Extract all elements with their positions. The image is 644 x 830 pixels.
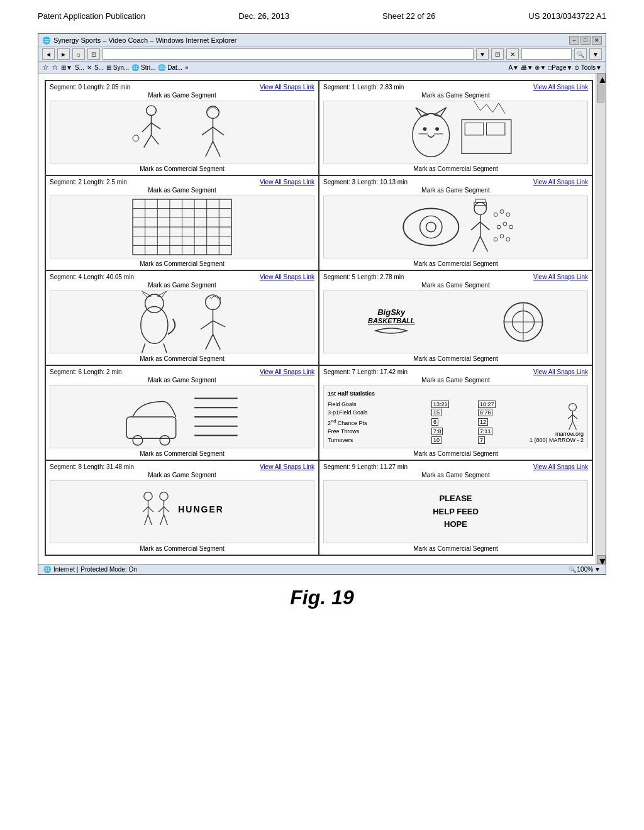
stat-v2-0: 10:27: [478, 401, 496, 408]
fav-item-grid[interactable]: ⊞▼: [61, 64, 72, 71]
fav-item-stri[interactable]: 🌐 Stri...: [131, 64, 155, 71]
svg-point-17: [435, 127, 439, 131]
segment-6-mark-commercial[interactable]: Mark as Commercial Segment: [50, 450, 314, 457]
segment-1-mark-game[interactable]: Mark as Game Segment: [323, 92, 588, 99]
segment-3-mark-game[interactable]: Mark as Game Segment: [323, 187, 588, 194]
back-button[interactable]: ◄: [42, 48, 55, 60]
segment-9-mark-game[interactable]: Mark as Game Segment: [323, 472, 588, 479]
segment-5-mark-game[interactable]: Mark as Game Segment: [323, 282, 588, 289]
segment-7-mark-commercial[interactable]: Mark as Commercial Segment: [323, 450, 588, 457]
segment-2-image: [50, 196, 314, 258]
segment-5-view-snaps[interactable]: View All Snaps Link: [533, 274, 588, 280]
scrollbar[interactable]: ▲ ▼: [596, 74, 606, 564]
fav-item-syn1[interactable]: S...: [75, 64, 84, 71]
svg-marker-14: [416, 108, 428, 117]
address-bar[interactable]: [103, 48, 474, 60]
browser-titlebar-controls[interactable]: − □ ✕: [569, 36, 602, 45]
segment-1-mark-commercial[interactable]: Mark as Commercial Segment: [323, 165, 588, 172]
refresh-icon[interactable]: ⊡: [491, 48, 504, 60]
segment-8-info: Segment: 8 Length: 31.48 min: [50, 463, 134, 470]
fav-star2-icon[interactable]: ☆: [52, 63, 58, 72]
segment-6-view-snaps[interactable]: View All Snaps Link: [260, 368, 314, 375]
search-go-icon[interactable]: ✕: [506, 48, 519, 60]
svg-point-54: [500, 235, 504, 238]
svg-point-16: [423, 127, 427, 131]
minimize-button[interactable]: −: [569, 36, 579, 45]
stat-v1-3: 7:8: [431, 428, 443, 435]
stop-icon[interactable]: ▼: [476, 48, 489, 60]
zoom-icon: 🔍: [569, 566, 576, 573]
segment-9-mark-commercial[interactable]: Mark as Commercial Segment: [323, 545, 588, 552]
svg-point-73: [133, 435, 143, 445]
segment-2-view-snaps[interactable]: View All Snaps Link: [260, 179, 314, 185]
statistics-panel: 1st Half Statistics Field Goals 13:21 10…: [328, 390, 525, 445]
segment-4-header: Segment: 4 Length: 40.05 min View All Sn…: [50, 274, 314, 280]
patent-header: Patent Application Publication Dec. 26, …: [0, 0, 644, 27]
segment-2-header: Segment: 2 Length: 2.5 min View All Snap…: [50, 179, 314, 185]
segment-0-info: Segment: 0 Length: 2.05 min: [50, 84, 130, 91]
scrollbar-down[interactable]: ▼: [597, 555, 606, 564]
fav-item-dat[interactable]: 🌐 Dat...: [158, 64, 182, 71]
please-line1: PLEASE: [433, 492, 479, 506]
home-button[interactable]: ⌂: [72, 48, 85, 60]
segment-4-mark-commercial[interactable]: Mark as Commercial Segment: [50, 355, 314, 362]
svg-line-44: [480, 222, 490, 230]
segment-8-mark-game[interactable]: Mark as Game Segment: [50, 472, 314, 479]
scrollbar-up[interactable]: ▲: [597, 74, 606, 82]
segment-4-mark-game[interactable]: Mark as Game Segment: [50, 282, 314, 289]
segment-6-mark-game[interactable]: Mark as Game Segment: [50, 377, 314, 384]
segment-2-mark-commercial[interactable]: Mark as Commercial Segment: [50, 260, 314, 267]
segment-7-image: 1st Half Statistics Field Goals 13:21 10…: [323, 385, 588, 448]
fav-item-s2[interactable]: S...: [94, 64, 104, 71]
segment-5-mark-commercial[interactable]: Mark as Commercial Segment: [323, 355, 588, 362]
search-icon[interactable]: 🔍: [574, 48, 587, 60]
svg-line-97: [164, 514, 168, 525]
fav-item-syn2[interactable]: ⊞ Syn...: [106, 64, 129, 71]
stat-v2-3: 7:11: [478, 428, 493, 435]
magnify-icon[interactable]: ▼: [589, 48, 602, 60]
segment-8-image: HUNGER: [50, 480, 314, 543]
segment-0-mark-game[interactable]: Mark as Game Segment: [50, 92, 314, 99]
zoom-level: 100%: [577, 566, 594, 573]
svg-point-51: [503, 222, 507, 226]
stat-v2-2: 12: [478, 418, 488, 426]
segment-3-header: Segment: 3 Length: 10.13 min View All Sn…: [323, 179, 588, 185]
segment-7-view-snaps[interactable]: View All Snaps Link: [533, 368, 588, 375]
svg-line-11: [206, 141, 213, 157]
svg-marker-58: [157, 291, 167, 297]
svg-line-94: [158, 507, 164, 512]
close-button[interactable]: ✕: [592, 36, 602, 45]
svg-marker-57: [142, 291, 152, 297]
patent-sheet: Sheet 22 of 26: [382, 11, 436, 21]
svg-line-90: [145, 514, 148, 525]
fav-item-close[interactable]: ✕: [87, 64, 92, 71]
svg-point-7: [207, 106, 219, 119]
svg-point-52: [509, 225, 513, 229]
maximize-button[interactable]: □: [580, 36, 591, 45]
svg-line-67: [213, 335, 221, 350]
segment-2-mark-game[interactable]: Mark as Game Segment: [50, 187, 314, 194]
segment-8-view-snaps[interactable]: View All Snaps Link: [260, 463, 314, 470]
forward-button[interactable]: ►: [57, 48, 70, 60]
segment-9-image: PLEASE HELP FEED HOPE: [323, 480, 588, 543]
bigsky-subtitle: BASKETBALL: [368, 317, 415, 324]
svg-point-37: [420, 216, 442, 238]
segment-8-mark-commercial[interactable]: Mark as Commercial Segment: [50, 545, 314, 552]
scrollbar-thumb[interactable]: [597, 84, 604, 102]
fav-right-tools: A▼ 🖶▼ ⊕▼ □Page▼ ⊙ Tools▼: [508, 64, 602, 71]
segment-1-view-snaps[interactable]: View All Snaps Link: [533, 84, 588, 91]
zoom-dropdown[interactable]: ▼: [594, 566, 601, 573]
reload-button[interactable]: ⊡: [87, 48, 100, 60]
segment-3-view-snaps[interactable]: View All Snaps Link: [533, 179, 588, 185]
fav-star-icon[interactable]: ☆: [42, 63, 49, 72]
segment-cell-5: Segment: 5 Length: 2.78 min View All Sna…: [319, 270, 592, 365]
segment-4-view-snaps[interactable]: View All Snaps Link: [260, 274, 314, 280]
fav-item-more[interactable]: »: [185, 64, 189, 71]
segment-3-mark-commercial[interactable]: Mark as Commercial Segment: [323, 260, 588, 267]
search-input[interactable]: [521, 48, 572, 60]
segment-7-mark-game[interactable]: Mark as Game Segment: [323, 377, 588, 384]
segment-0-mark-commercial[interactable]: Mark as Commercial Segment: [50, 165, 314, 172]
segment-0-view-snaps[interactable]: View All Snaps Link: [260, 84, 314, 91]
segment-5-header: Segment: 5 Length: 2.78 min View All Sna…: [323, 274, 588, 280]
segment-9-view-snaps[interactable]: View All Snaps Link: [533, 463, 588, 470]
